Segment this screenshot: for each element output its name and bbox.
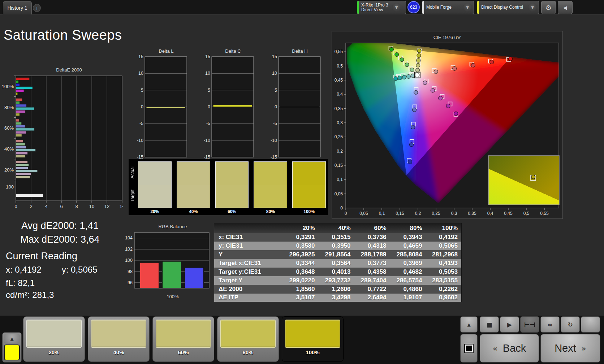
up-arrow-icon[interactable]: ▲: [4, 334, 20, 343]
chart-title: Delta L: [131, 48, 191, 55]
tick-label: 0,15: [396, 211, 404, 216]
chevron-down-icon[interactable]: ▼: [528, 3, 537, 12]
gear-icon[interactable]: ⚙: [541, 1, 556, 14]
table-row: Target Y299,0220293,7732289,7404286,5754…: [214, 276, 462, 285]
current-pattern-swatch[interactable]: [4, 344, 20, 360]
chart-title: DeltaE 2000: [2, 67, 123, 74]
tick-label: 80%: [4, 105, 14, 110]
blank-button[interactable]: [581, 316, 600, 333]
tick-label: 100%: [2, 84, 14, 89]
single-measure-button[interactable]: ⊢⊣: [520, 316, 539, 333]
bar: [16, 119, 19, 122]
tick-label: 0: [275, 104, 277, 109]
display-control-selector[interactable]: Direct Display Control ▼: [477, 1, 539, 14]
up-arrow-icon[interactable]: ▲: [460, 316, 478, 333]
table-cell: 0,4193: [426, 259, 462, 268]
pattern-swatch-button-40%[interactable]: 40%: [88, 316, 150, 362]
tick-label: 0,55: [335, 49, 343, 54]
pattern-swatch-button-100%[interactable]: 100%: [282, 316, 344, 362]
table-cell: 0,4860: [390, 285, 426, 294]
chart-title: Delta H: [264, 48, 325, 55]
back-chevrons-icon: «: [493, 344, 498, 353]
chevron-down-icon[interactable]: ▼: [463, 3, 472, 12]
tick-label: 10: [205, 71, 210, 76]
delta-l-chart: Delta L 151050-5-10-15 100%: [131, 48, 191, 165]
actual-label: Actual: [130, 166, 135, 178]
column-header: 80%: [390, 224, 426, 233]
source-label: Mobile Forge: [424, 5, 461, 10]
tick-label: 0,35: [468, 211, 476, 216]
table-cell: 0,5053: [426, 268, 462, 276]
actual-swatch: [177, 162, 210, 185]
row-label: y: CIE31: [214, 242, 283, 250]
measured-point: [413, 108, 417, 112]
tick-label: -10: [271, 138, 277, 143]
table-cell: 291,8564: [319, 250, 354, 259]
measured-point: [431, 88, 435, 92]
bar-group: [16, 194, 43, 197]
actual-target-swatch-strip: Actual Target 20%40%60%80%100%: [129, 159, 328, 215]
pattern-window-button[interactable]: [460, 334, 478, 363]
pattern-swatch-button-80%[interactable]: 80%: [217, 316, 279, 362]
tick-label: 4: [45, 204, 47, 209]
refresh-button[interactable]: ↻: [561, 316, 580, 333]
zoom-inset: [488, 156, 559, 205]
table-cell: 0,3943: [390, 233, 426, 242]
target-swatch: [254, 185, 287, 208]
add-tab-button[interactable]: +: [33, 4, 41, 12]
current-x-value: x: 0,4192: [6, 265, 42, 275]
back-button[interactable]: « Back: [480, 334, 539, 363]
tick-label: 14: [120, 204, 123, 209]
stop-button[interactable]: ■: [480, 316, 499, 333]
transport-controls: ■▶⊢⊣∞↻: [480, 316, 600, 333]
play-button[interactable]: ▶: [500, 316, 519, 333]
table-cell: 0,4358: [354, 268, 390, 276]
source-selector[interactable]: Mobile Forge ▼: [422, 1, 474, 14]
bar: [16, 101, 20, 104]
delta-h-plot: 151050-5-10-15: [268, 55, 322, 159]
collapse-panel-icon[interactable]: ◀: [558, 1, 573, 14]
chevron-down-icon[interactable]: ▼: [392, 3, 401, 12]
tick-label: 0,45: [335, 78, 343, 83]
table-cell: 1,9107: [390, 294, 426, 302]
swatch-level-label: 40%: [177, 208, 210, 215]
tick-label: 0,3: [451, 211, 457, 216]
pattern-swatch-label: 100%: [282, 349, 343, 355]
table-cell: 0,7722: [354, 285, 390, 294]
meter-selector[interactable]: X-Rite i1Pro 3 Direct View ▼: [357, 1, 406, 14]
bar: [16, 110, 25, 113]
actual-target-swatch: [215, 161, 249, 208]
table-cell: 285,8084: [390, 250, 426, 259]
measured-point: [417, 54, 421, 58]
row-label: ΔE 2000: [214, 285, 283, 294]
bar: [16, 149, 36, 151]
measured-point: [490, 60, 494, 64]
deltae2000-chart: DeltaE 2000 100%80%60%40%20%100024681012…: [2, 67, 123, 214]
tick-label: -15: [271, 155, 277, 159]
table-cell: 0,3736: [354, 233, 390, 242]
pattern-swatch-button-20%[interactable]: 20%: [23, 316, 85, 362]
actual-swatch: [254, 162, 287, 185]
tick-label: 0,55: [540, 211, 549, 216]
measured-point: [416, 63, 420, 67]
measured-point: [410, 143, 414, 147]
continuous-button[interactable]: ∞: [540, 316, 560, 333]
table-cell: 3,5107: [283, 294, 319, 302]
column-header: 40%: [319, 224, 354, 233]
next-button[interactable]: Next »: [540, 334, 600, 363]
pattern-swatch-button-60%[interactable]: 60%: [152, 316, 214, 362]
tick-label: 0: [208, 104, 210, 109]
bar: [16, 155, 25, 157]
tick-label: 10: [138, 71, 143, 76]
table-cell: 0,4659: [390, 242, 426, 250]
measured-point: [408, 160, 412, 164]
meter-count-badge[interactable]: 623: [407, 1, 420, 13]
tick-label: 10: [89, 204, 94, 209]
tick-label: 0,25: [432, 211, 440, 216]
tick-label: 104: [125, 235, 133, 240]
measured-point: [390, 47, 394, 51]
tab-history-1[interactable]: History 1: [3, 1, 32, 14]
chart-title: CIE 1976 u'v': [332, 31, 562, 42]
table-cell: 1,2606: [319, 285, 354, 294]
tick-label: 0,3: [337, 120, 343, 125]
